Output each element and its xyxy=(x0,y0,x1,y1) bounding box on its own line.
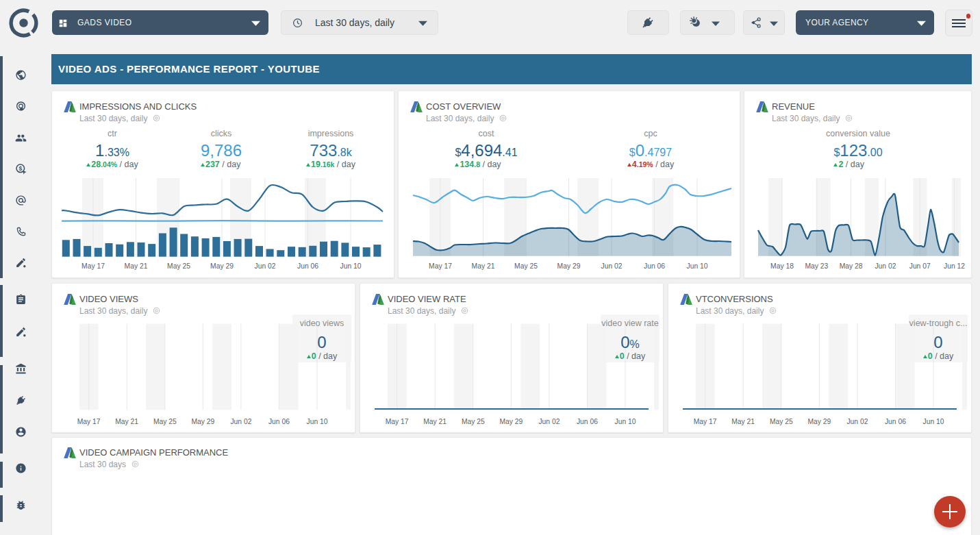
svg-text:May 17: May 17 xyxy=(694,418,717,425)
svg-text:May 21: May 21 xyxy=(115,418,138,425)
svg-text:May 23: May 23 xyxy=(805,262,828,270)
svg-text:May 17: May 17 xyxy=(429,262,452,270)
svg-text:May 21: May 21 xyxy=(731,418,755,425)
svg-text:Jun 12: Jun 12 xyxy=(944,262,965,270)
svg-text:May 17: May 17 xyxy=(386,418,409,425)
svg-text:Jun 10: Jun 10 xyxy=(340,262,362,270)
svg-text:Jun 06: Jun 06 xyxy=(644,262,665,270)
svg-text:Jun 10: Jun 10 xyxy=(923,418,944,425)
svg-text:Jun 06: Jun 06 xyxy=(268,418,290,425)
svg-text:Jun 02: Jun 02 xyxy=(601,262,623,270)
svg-text:Jun 02: Jun 02 xyxy=(538,418,560,425)
svg-text:Jun 06: Jun 06 xyxy=(577,418,598,425)
svg-text:May 29: May 29 xyxy=(210,262,234,270)
svg-text:Jun 10: Jun 10 xyxy=(307,418,328,425)
svg-text:May 25: May 25 xyxy=(770,418,793,425)
svg-text:May 17: May 17 xyxy=(77,418,101,425)
svg-text:Jun 06: Jun 06 xyxy=(885,418,906,425)
svg-text:Jun 02: Jun 02 xyxy=(230,418,251,425)
svg-text:May 25: May 25 xyxy=(167,262,190,270)
svg-text:Jun 02: Jun 02 xyxy=(846,418,868,425)
svg-text:May 25: May 25 xyxy=(514,262,538,270)
svg-text:Jun 10: Jun 10 xyxy=(615,418,636,425)
svg-text:May 17: May 17 xyxy=(81,262,105,270)
svg-text:May 25: May 25 xyxy=(153,418,177,425)
svg-text:May 28: May 28 xyxy=(840,262,863,270)
svg-text:Jun 10: Jun 10 xyxy=(687,262,708,270)
svg-text:May 29: May 29 xyxy=(499,418,523,425)
svg-text:May 18: May 18 xyxy=(770,262,794,270)
svg-text:Jun 02: Jun 02 xyxy=(875,262,896,270)
svg-text:May 21: May 21 xyxy=(125,262,148,270)
svg-text:May 25: May 25 xyxy=(462,418,485,425)
svg-text:May 29: May 29 xyxy=(807,418,831,425)
svg-text:Jun 02: Jun 02 xyxy=(255,262,276,270)
svg-text:Jun 07: Jun 07 xyxy=(909,262,931,270)
svg-text:May 29: May 29 xyxy=(191,418,214,425)
svg-text:May 21: May 21 xyxy=(423,418,447,425)
svg-text:May 21: May 21 xyxy=(472,262,495,270)
svg-text:May 29: May 29 xyxy=(557,262,581,270)
svg-text:$: $ xyxy=(18,165,22,172)
svg-text:Jun 06: Jun 06 xyxy=(297,262,318,270)
